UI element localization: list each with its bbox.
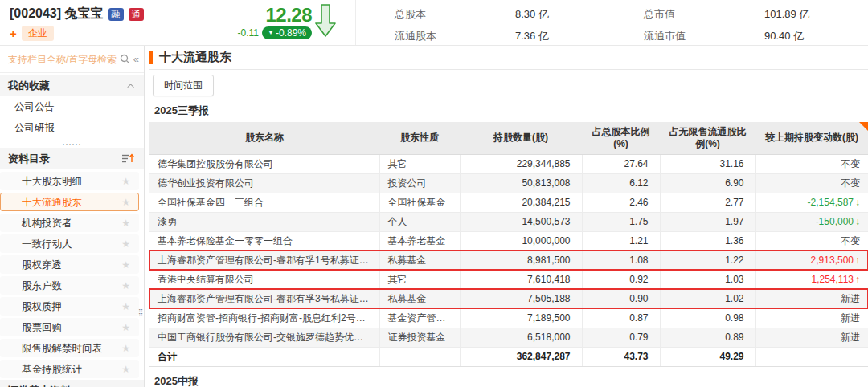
- pct-float-cell: 0.89: [660, 328, 755, 347]
- time-range-button[interactable]: 时间范围: [153, 75, 214, 96]
- pct-float-cell: 1.02: [660, 289, 755, 308]
- sidebar-section-header[interactable]: 证券基本资料: [0, 380, 144, 387]
- shareholder-name-cell: 德华集团控股股份有限公司: [149, 154, 379, 173]
- table-row[interactable]: 德华集团控股股份有限公司其它229,344,88527.6431.16不变: [149, 154, 868, 173]
- change-cell: 1,254,113↑: [755, 270, 868, 289]
- sidebar-item[interactable]: 十大流通股东★: [0, 193, 139, 211]
- search-icon[interactable]: [120, 54, 130, 64]
- sidebar-section-header[interactable]: 资料目录: [0, 148, 144, 169]
- sidebar-item-label: 股权穿透: [22, 259, 62, 271]
- star-icon[interactable]: ★: [121, 235, 130, 253]
- shareholder-name-cell: 漆勇: [149, 212, 379, 231]
- header-stats: 总股本8.30 亿总市值101.89 亿流通股本7.36 亿流通市值90.40 …: [356, 0, 868, 45]
- shareholder-name-cell: 上海睿郡资产管理有限公司-睿郡有孚3号私募证券投资基金: [149, 289, 379, 308]
- table-header-row: 股东名称股东性质持股数量(股)占总股本比例(%)占无限售流通股比例(%)较上期持…: [149, 122, 868, 154]
- star-icon[interactable]: ★: [121, 256, 130, 274]
- star-icon[interactable]: ★: [121, 361, 130, 378]
- shares-cell: 8,981,500: [460, 251, 582, 270]
- stat-label: 流通股本: [395, 29, 515, 43]
- margin-badge: 融: [108, 8, 124, 21]
- sidebar-item[interactable]: 机构投资者★: [0, 214, 139, 232]
- sidebar-item[interactable]: 十大股东明细★: [0, 172, 139, 190]
- column-header: 占无限售流通股比例(%): [660, 122, 755, 154]
- pct-total-cell: 0.92: [582, 270, 660, 289]
- sidebar-item[interactable]: 一致行动人★: [0, 234, 139, 253]
- price-change-pct: -0.89%: [276, 26, 306, 39]
- main-content: 十大流通股东 时间范围 2025三季报 股东名称股东性质持股数量(股)占总股本比…: [145, 46, 868, 387]
- change-value: 不变: [841, 177, 860, 189]
- pct-float-cell: 1.22: [660, 251, 755, 270]
- sidebar-item[interactable]: 限售股解禁时间表★: [0, 339, 139, 357]
- sidebar-item[interactable]: 公司公告: [0, 96, 144, 117]
- star-icon[interactable]: ★: [121, 298, 130, 316]
- panel-resize-handle[interactable]: ⣿: [138, 311, 144, 315]
- pct-float-cell: 2.77: [660, 193, 755, 212]
- sidebar-item[interactable]: 公司研报: [0, 117, 144, 138]
- star-icon[interactable]: ★: [121, 277, 130, 295]
- shareholder-name-cell: 招商财富资管-招商银行-招商财富-股息红利2号集合资产管...: [149, 308, 379, 328]
- top-bar: [002043] 兔宝宝 融 通 + 企业 12.28 -0.11 ▼ -0.8…: [0, 0, 868, 46]
- sidebar-item[interactable]: 股票回购★: [0, 318, 139, 336]
- shareholder-name-cell: 香港中央结算有限公司: [149, 270, 379, 289]
- sidebar-splitter-handle[interactable]: ············: [0, 138, 144, 146]
- sidebar-section-header[interactable]: 我的收藏: [0, 75, 144, 96]
- shareholder-nature-cell: 其它: [379, 270, 460, 289]
- table-row[interactable]: 招商财富资管-招商银行-招商财富-股息红利2号集合资产管...基金资产管理计划7…: [149, 308, 868, 328]
- total-change-cell: [755, 347, 868, 366]
- total-row: 合计362,847,28743.7349.29: [149, 347, 868, 366]
- pct-total-cell: 27.64: [582, 154, 660, 173]
- sidebar-item[interactable]: 股权质押★: [0, 297, 139, 316]
- sidebar-section-title: 资料目录: [8, 152, 50, 166]
- shareholder-name-cell: 全国社保基金四一三组合: [149, 193, 379, 212]
- change-cell: 不变: [755, 231, 868, 251]
- star-icon[interactable]: ★: [121, 214, 130, 232]
- sort-icon[interactable]: [122, 153, 134, 164]
- title-row: 十大流通股东: [149, 46, 868, 70]
- star-icon[interactable]: ★: [121, 173, 130, 190]
- pct-float-cell: 31.16: [660, 154, 755, 173]
- pct-float-cell: 1.03: [660, 270, 755, 289]
- table-row[interactable]: 中国工商银行股份有限公司-交银施罗德趋势优先混合型证...证券投资基金6,518…: [149, 328, 868, 347]
- add-tag-button[interactable]: +: [10, 28, 17, 39]
- pct-total-cell: 1.08: [582, 251, 660, 270]
- star-icon[interactable]: ★: [121, 319, 130, 336]
- table-row[interactable]: 德华创业投资有限公司投资公司50,813,0086.126.90不变: [149, 173, 868, 193]
- table-row[interactable]: 漆勇个人14,500,5731.751.97-150,000↓: [149, 212, 868, 231]
- sidebar-item[interactable]: 股权穿透★: [0, 255, 139, 274]
- enterprise-tag[interactable]: 企业: [22, 26, 54, 41]
- change-value: 2,913,500: [811, 255, 854, 266]
- shareholder-nature-cell: 全国社保基金: [379, 193, 460, 212]
- search-input[interactable]: [8, 54, 117, 65]
- total-shares-cell: 362,847,287: [460, 347, 582, 366]
- table-row[interactable]: 基本养老保险基金一零零一组合基本养老基金10,000,0001.211.36不变: [149, 231, 868, 251]
- change-cell: -2,154,587↓: [755, 193, 868, 212]
- shareholder-name-cell: 基本养老保险基金一零零一组合: [149, 231, 379, 251]
- sidebar-item[interactable]: 股东户数★: [0, 276, 139, 295]
- total-pct-float-cell: 49.29: [660, 347, 755, 366]
- collapse-sidebar-icon[interactable]: «: [133, 53, 139, 65]
- stat-label: 总市值: [644, 7, 764, 22]
- pct-float-cell: 1.97: [660, 212, 755, 231]
- table-row[interactable]: 上海睿郡资产管理有限公司-睿郡有孚3号私募证券投资基金私募基金7,505,188…: [149, 289, 868, 308]
- price-change: -0.11: [238, 27, 259, 39]
- column-header: 占总股本比例(%): [582, 122, 660, 154]
- change-cell: 新进: [755, 308, 868, 328]
- change-cell: 2,913,500↑: [755, 251, 868, 270]
- last-price: 12.28: [241, 5, 312, 26]
- change-value: 不变: [841, 158, 860, 169]
- sidebar-item[interactable]: 基金持股统计★: [0, 360, 139, 378]
- pct-total-cell: 2.46: [582, 193, 660, 212]
- pct-float-cell: 1.36: [660, 231, 755, 251]
- table-row[interactable]: 全国社保基金四一三组合全国社保基金20,384,2152.462.77-2,15…: [149, 193, 868, 212]
- price-block: 12.28 -0.11 ▼ -0.89%: [241, 0, 312, 45]
- table-row[interactable]: 上海睿郡资产管理有限公司-睿郡有孚1号私募证券投资基金私募基金8,981,500…: [149, 251, 868, 270]
- change-cell: 不变: [755, 173, 868, 193]
- shareholder-nature-cell: 基金资产管理计划: [379, 308, 460, 328]
- total-pct-total-cell: 43.73: [582, 347, 660, 366]
- stat-label: 总股本: [395, 7, 515, 22]
- shares-cell: 14,500,573: [460, 212, 582, 231]
- star-icon[interactable]: ★: [121, 340, 130, 357]
- page-title: 十大流通股东: [159, 50, 231, 65]
- table-row[interactable]: 香港中央结算有限公司其它7,610,4180.921.031,254,113↑: [149, 270, 868, 289]
- star-icon[interactable]: ★: [121, 194, 130, 211]
